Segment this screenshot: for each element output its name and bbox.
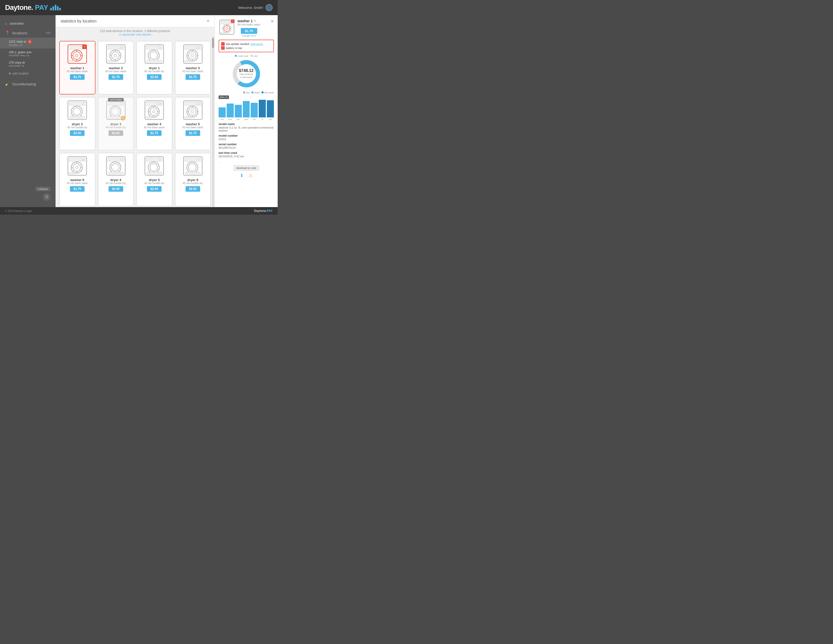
svg-rect-45 bbox=[82, 103, 84, 103]
device-card-6[interactable]: out of order ⚠ dryer 3 45 min tumble dry… bbox=[98, 97, 134, 151]
device-price-btn[interactable]: $2.00 bbox=[147, 74, 162, 80]
svg-rect-52 bbox=[121, 103, 123, 103]
device-name: washer 6 bbox=[70, 178, 84, 182]
location-name-1221: 1221 main st 1 bbox=[9, 40, 50, 44]
model-name-label: model name bbox=[219, 122, 274, 126]
device-price-btn[interactable]: $1.75 bbox=[185, 130, 200, 136]
location-item-435[interactable]: 435 s. green ave mountain view, ca bbox=[0, 48, 56, 59]
welcome-text: Welcome, Smith! bbox=[238, 6, 263, 10]
sidebar-item-housekeeping[interactable]: 🧹 housekeeping bbox=[0, 78, 56, 90]
devices-count: 110 total devices in this location, 2 di… bbox=[100, 29, 170, 33]
device-name: dryer 3 bbox=[110, 122, 121, 126]
appliance-icon bbox=[67, 156, 87, 177]
sidebar-item-overview[interactable]: ⌂ overview bbox=[0, 19, 56, 28]
device-name: washer 3 bbox=[186, 66, 200, 70]
svg-rect-46 bbox=[82, 104, 84, 105]
svg-rect-23 bbox=[108, 60, 113, 62]
logo-text: Daytone. bbox=[5, 3, 33, 11]
svg-point-59 bbox=[157, 103, 159, 105]
panel-price-button[interactable]: $1.75 bbox=[241, 28, 257, 34]
collapse-button[interactable]: collapse bbox=[35, 187, 50, 191]
qr-download-icon[interactable]: ⬇ bbox=[240, 173, 244, 178]
device-price-btn[interactable]: $2.00 bbox=[185, 186, 200, 192]
device-price-btn[interactable]: $1.75 bbox=[70, 74, 85, 80]
device-name: washer 4 bbox=[147, 122, 161, 126]
device-desc: 45 min tumble dry bbox=[106, 126, 126, 129]
last-used-section: last time used 02/23/2016, 9:42 am bbox=[219, 151, 274, 158]
device-card-3[interactable]: dryer 1 45 min tumble dry $2.00 bbox=[136, 41, 172, 95]
device-card-9[interactable]: washer 6 60 min basic wash $1.75 bbox=[60, 153, 95, 206]
pin-icon: 📍 bbox=[5, 31, 10, 35]
device-price-btn[interactable]: $2.00 bbox=[147, 186, 162, 192]
detail-dots: ... bbox=[219, 160, 274, 163]
appliance-icon bbox=[183, 44, 203, 65]
avatar[interactable]: 👤 bbox=[265, 4, 273, 11]
device-name: washer 2 bbox=[109, 66, 123, 70]
qr-warning-icon[interactable]: ⚠ bbox=[249, 173, 252, 178]
error-badge: ! bbox=[82, 45, 87, 49]
associate-link[interactable]: associate new device bbox=[122, 33, 151, 36]
location-sub-435: mountain view, ca bbox=[9, 54, 50, 57]
add-device-button[interactable]: + bbox=[206, 18, 209, 24]
right-panel: ! washer 1 ✎ 60 min basic wash $1.75 cha… bbox=[215, 15, 278, 207]
location-name-text: 1221 main st bbox=[9, 40, 26, 43]
device-price-btn[interactable]: $1.75 bbox=[185, 74, 200, 80]
device-desc: 45 min tumble dry bbox=[183, 182, 203, 185]
app-logo: Daytone. PAY bbox=[5, 3, 61, 11]
device-price-btn[interactable]: $1.75 bbox=[70, 186, 85, 192]
svg-point-14 bbox=[118, 47, 121, 49]
device-price-btn[interactable]: $2.00 bbox=[70, 130, 85, 136]
last-used-value: 02/23/2016, 9:42 am bbox=[219, 155, 274, 158]
bar-label-mon: mon bbox=[227, 118, 234, 121]
appliance-icon bbox=[144, 44, 164, 65]
panel-edit-icon[interactable]: ✎ bbox=[254, 19, 256, 23]
model-number-value: 52931 bbox=[219, 138, 274, 141]
serial-number-label: serial number bbox=[219, 143, 274, 146]
qr-download-button[interactable]: download qr code bbox=[233, 166, 259, 171]
scrollbar-thumb[interactable] bbox=[212, 38, 214, 48]
device-card-12[interactable]: dryer 6 45 min tumble dry $2.00 bbox=[175, 153, 211, 206]
svg-rect-95 bbox=[121, 158, 123, 159]
bar-tue bbox=[235, 105, 242, 118]
locations-title: 📍 locations bbox=[5, 31, 27, 35]
device-desc: 45 min tumble dry bbox=[106, 182, 126, 185]
appliance-icon bbox=[144, 100, 164, 121]
legend-credit-card: credit card bbox=[235, 55, 248, 57]
device-price-btn[interactable]: $1.75 bbox=[147, 130, 162, 136]
instructions-link[interactable]: instructions bbox=[251, 43, 263, 45]
locations-header: 📍 locations edit bbox=[0, 28, 56, 38]
locations-label: locations bbox=[12, 31, 27, 35]
qr-section: download qr code ⬇ ⚠ bbox=[219, 166, 274, 178]
svg-rect-26 bbox=[159, 47, 161, 47]
locations-edit-link[interactable]: edit bbox=[46, 31, 50, 34]
device-price-btn[interactable]: $2.00 bbox=[109, 186, 123, 192]
bar-sat bbox=[267, 100, 274, 118]
location-item-1221[interactable]: 1221 main st 1 los altos, ca bbox=[0, 38, 56, 48]
device-card-2[interactable]: washer 2 60 min basic wash $1.75 bbox=[98, 41, 134, 95]
device-card-4[interactable]: washer 3 60 min basic wash $1.75 bbox=[175, 41, 211, 95]
location-name-270: 270 mary dr bbox=[9, 61, 50, 64]
scrollbar-track bbox=[212, 37, 214, 207]
device-name: dryer 6 bbox=[187, 178, 198, 182]
alert-icon-2: ! bbox=[221, 46, 225, 50]
close-panel-button[interactable]: ✕ bbox=[270, 19, 274, 24]
device-card-11[interactable]: dryer 5 45 min tumble dry $2.00 bbox=[136, 153, 172, 206]
bar-2 bbox=[53, 6, 54, 10]
location-item-270[interactable]: 270 mary dr sunnyvale, ca bbox=[0, 59, 56, 69]
svg-point-84 bbox=[82, 159, 84, 160]
svg-point-72 bbox=[198, 103, 199, 105]
app-footer: © 2016 Daytone | Legal Daytone.PAY bbox=[0, 207, 278, 215]
alert-row-2: ! battery is low bbox=[221, 46, 271, 50]
device-card-10[interactable]: dryer 4 45 min tumble dry $2.00 bbox=[98, 153, 134, 206]
device-card-8[interactable]: washer 5 60 min basic wash $1.75 bbox=[175, 97, 211, 151]
device-price-btn[interactable]: $1.75 bbox=[109, 74, 123, 80]
add-location-btn[interactable]: add location bbox=[0, 69, 56, 78]
device-price-btn[interactable]: $2.00 bbox=[109, 130, 123, 136]
change-price-link[interactable]: change price bbox=[238, 34, 261, 37]
device-card-5[interactable]: dryer 2 45 min tumble dry $2.00 bbox=[60, 97, 95, 151]
menu-icon[interactable]: ☰ bbox=[43, 193, 50, 201]
alerts-box: ! ota update needed instructions ! batte… bbox=[219, 40, 274, 52]
device-card-7[interactable]: washer 4 60 min basic wash $1.75 bbox=[136, 97, 172, 151]
out-of-order-label: out of order bbox=[108, 98, 124, 101]
device-card-1[interactable]: ! washer 1 60 min basic wash $1.75 bbox=[60, 41, 95, 95]
